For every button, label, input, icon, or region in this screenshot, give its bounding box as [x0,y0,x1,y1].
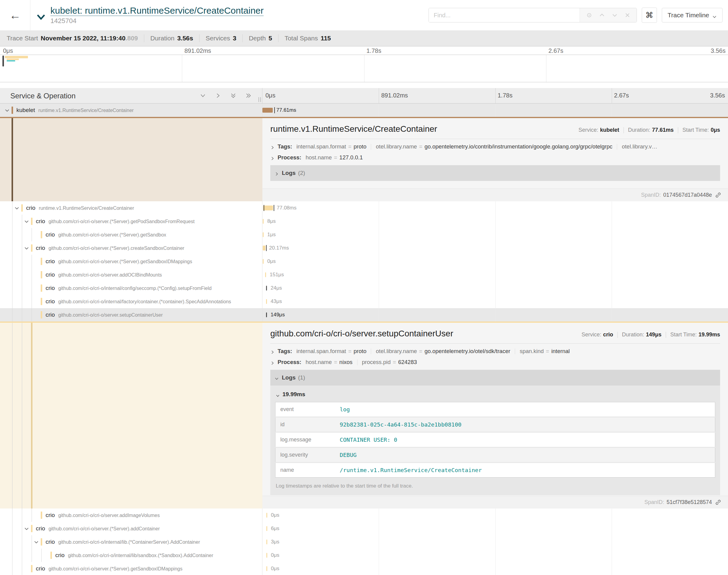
span-timeline-cell[interactable]: 0μs [262,549,728,562]
expand-one-icon[interactable] [215,92,222,99]
span-row[interactable]: criogithub.com/cri-o/cri-o/server.addIma… [0,509,728,522]
span-timeline-cell[interactable]: 149μs [262,308,728,322]
span-timeline-cell[interactable]: 1μs [262,228,728,241]
clear-find-icon[interactable] [624,12,631,19]
span-timeline-cell[interactable]: 77.08ms [262,201,728,215]
span-timeline-cell[interactable]: 0μs [262,562,728,575]
span-id-row: SpanID: 0174567d17a0448e [262,189,728,201]
span-row[interactable]: criogithub.com/cri-o/cri-o/server.(*Serv… [0,522,728,535]
prev-match-icon[interactable] [599,12,605,19]
span-timeline-cell[interactable]: 151μs [262,268,728,281]
span-bar[interactable] [266,526,267,531]
span-row[interactable]: criogithub.com/cri-o/cri-o/internal/fact… [0,295,728,308]
span-row[interactable]: criogithub.com/cri-o/cri-o/internal/conf… [0,281,728,295]
span-name-cell[interactable]: criogithub.com/cri-o/cri-o/server.(*Serv… [0,562,262,575]
tags-accordion[interactable]: Tags: internal.span.format=proto otel.li… [270,143,720,150]
logs-accordion[interactable]: Logs (1) [270,370,720,385]
span-row[interactable]: criogithub.com/cri-o/cri-o/server.(*Serv… [0,215,728,228]
span-bar[interactable] [266,553,267,558]
span-timeline-cell[interactable]: 24μs [262,281,728,295]
span-name-cell[interactable]: criogithub.com/cri-o/cri-o/server.addIma… [0,509,262,522]
span-name-cell[interactable]: criogithub.com/cri-o/cri-o/internal/fact… [0,295,262,308]
span-timeline-cell[interactable]: 43μs [262,295,728,308]
collapse-trace-header-chevron-icon[interactable] [36,11,46,22]
expand-chevron-icon[interactable] [24,218,29,224]
span-timeline-cell[interactable]: 6μs [262,522,728,535]
span-row[interactable]: criogithub.com/cri-o/cri-o/server.(*Serv… [0,255,728,268]
service-color-bar [41,271,42,278]
span-bar[interactable] [266,513,267,518]
expand-chevron-icon[interactable] [24,245,29,251]
span-name-cell[interactable]: criogithub.com/cri-o/cri-o/server.(*Serv… [0,522,262,535]
span-row[interactable]: crioruntime.v1.RuntimeService/CreateCont… [0,201,728,215]
match-locate-icon[interactable] [586,12,593,19]
next-match-icon[interactable] [611,12,618,19]
span-name-cell[interactable]: criogithub.com/cri-o/cri-o/internal/conf… [0,281,262,295]
span-timeline-cell[interactable]: 3μs [262,535,728,549]
process-accordion[interactable]: Process: host.name=127.0.0.1 [270,154,720,161]
trace-title-link[interactable]: kubelet: runtime.v1.RuntimeService/Creat… [51,5,264,16]
expand-chevron-icon[interactable] [24,526,29,532]
span-bar[interactable] [263,219,264,224]
minimap-scrub-handle[interactable] [2,56,4,66]
span-name-cell[interactable]: kubeletruntime.v1.RuntimeService/CreateC… [0,104,262,117]
span-name-cell[interactable]: criogithub.com/cri-o/cri-o/server.addOCI… [0,268,262,281]
link-icon[interactable] [715,192,721,198]
span-row[interactable]: criogithub.com/cri-o/cri-o/internal/lib/… [0,549,728,562]
expand-chevron-icon[interactable] [4,107,10,113]
span-row[interactable]: criogithub.com/cri-o/cri-o/server.(*Serv… [0,562,728,575]
timeline-gridline [379,281,379,295]
service-color-bar [41,258,42,265]
span-timeline-cell[interactable]: 8μs [262,215,728,228]
span-name-cell[interactable]: criogithub.com/cri-o/cri-o/internal/lib/… [0,549,262,562]
process-accordion[interactable]: Process: host.name=nixos process.pid=624… [270,359,720,366]
link-icon[interactable] [715,499,721,505]
span-timeline-cell[interactable]: 0μs [262,255,728,268]
column-resizer[interactable] [259,97,261,102]
span-bar[interactable] [266,286,267,291]
collapse-all-icon[interactable] [230,92,237,99]
span-name-cell[interactable]: criogithub.com/cri-o/cri-o/server.(*Serv… [0,255,262,268]
span-name-cell[interactable]: criogithub.com/cri-o/cri-o/server.(*Serv… [0,241,262,255]
log-entry-accordion[interactable]: 19.99ms [276,391,715,398]
span-timeline-cell[interactable]: 77.61ms [262,104,728,117]
span-row[interactable]: criogithub.com/cri-o/cri-o/server.(*Serv… [0,241,728,255]
span-timeline-cell[interactable]: 0μs [262,509,728,522]
keyboard-shortcuts-button[interactable]: ⌘ [642,8,657,23]
span-name-cell[interactable]: criogithub.com/cri-o/cri-o/server.setupC… [0,308,262,322]
span-bar[interactable] [265,272,266,277]
timeline-gridline [495,215,496,228]
span-row[interactable]: criogithub.com/cri-o/cri-o/server.(*Serv… [0,228,728,241]
span-bar[interactable] [266,566,267,571]
span-bar[interactable] [266,299,267,304]
span-bar[interactable] [263,259,264,264]
expand-chevron-icon[interactable] [33,539,39,545]
expand-all-icon[interactable] [245,92,252,99]
span-name-cell[interactable]: criogithub.com/cri-o/cri-o/server.(*Serv… [0,228,262,241]
span-start-time: 19.99ms [699,332,720,338]
expand-chevron-icon[interactable] [14,205,20,211]
span-row[interactable]: criogithub.com/cri-o/cri-o/internal/lib.… [0,535,728,549]
span-bar[interactable] [266,539,267,544]
tags-accordion[interactable]: Tags: internal.span.format=proto otel.li… [270,348,720,354]
span-name-cell[interactable]: criogithub.com/cri-o/cri-o/server.(*Serv… [0,215,262,228]
logs-accordion[interactable]: Logs (2) [270,165,720,181]
span-bar[interactable] [263,246,265,250]
minimap[interactable] [0,55,728,82]
span-row[interactable]: criogithub.com/cri-o/cri-o/server.addOCI… [0,268,728,281]
span-name-cell[interactable]: crioruntime.v1.RuntimeService/CreateCont… [0,201,262,215]
span-bar[interactable] [263,232,264,237]
trace-view-selector[interactable]: Trace Timeline [662,8,723,23]
span-row[interactable]: kubeletruntime.v1.RuntimeService/CreateC… [0,104,728,117]
back-button[interactable]: ← [0,0,30,30]
collapse-one-icon[interactable] [200,92,206,99]
span-bar[interactable] [262,108,273,113]
span-row[interactable]: criogithub.com/cri-o/cri-o/server.setupC… [0,308,728,322]
operation-name: github.com/cri-o/cri-o/server.(*Server).… [48,566,183,571]
span-name-cell[interactable]: criogithub.com/cri-o/cri-o/internal/lib.… [0,535,262,549]
find-input[interactable] [429,8,580,22]
span-bar[interactable] [263,206,273,210]
span-bar[interactable] [266,312,267,317]
tree-guide [32,535,32,549]
span-timeline-cell[interactable]: 20.17ms [262,241,728,255]
